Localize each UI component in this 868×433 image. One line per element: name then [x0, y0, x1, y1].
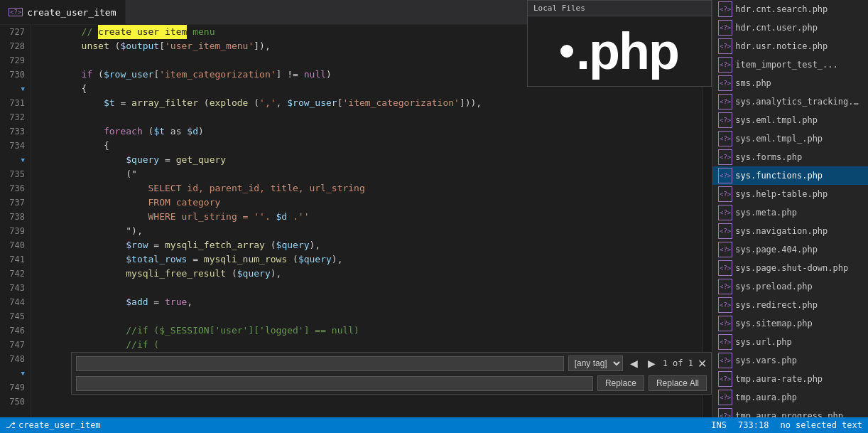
editor-area: <?> create_user_item 727 728 729 730 ▼ 7…: [0, 0, 712, 417]
file-name: sys.analytics_tracking.php: [735, 95, 862, 109]
file-name: hdr.cnt.search.php: [735, 2, 828, 16]
code-line-746: $add = true,: [37, 295, 702, 309]
file-name: tmp.aura.php: [735, 390, 797, 405]
php-file-icon: <?>: [718, 371, 732, 387]
php-file-icon: <?>: [718, 408, 732, 417]
file-name: sys.meta.php: [735, 205, 797, 220]
php-file-icon: <?>: [718, 131, 732, 146]
code-line-733: [37, 110, 702, 124]
file-name: sys.functions.php: [735, 169, 823, 183]
status-selection: no selected text: [780, 420, 862, 430]
file-item-hdr-cnt-user[interactable]: <?> hdr.cnt.user.php: [712, 18, 868, 37]
file-item-help-table[interactable]: <?> sys.help-table.php: [712, 185, 868, 203]
php-file-icon: <?>: [718, 242, 732, 257]
search-bar: [any tag] ◀ ▶ 1 of 1 ✕: [71, 352, 712, 375]
php-file-icon: <?>: [718, 297, 732, 313]
file-name: sys.page.404.php: [735, 242, 818, 257]
file-name: sms.php: [735, 76, 771, 90]
php-file-icon: <?>: [718, 316, 732, 331]
replace-input-wrapper: [76, 376, 593, 391]
php-file-icon: <?>: [718, 149, 732, 165]
replace-all-button[interactable]: Replace All: [649, 375, 707, 391]
php-file-icon: <?>: [718, 334, 732, 350]
file-name: tmp.aura-rate.php: [735, 372, 823, 386]
code-line-743: $total_rows = mysqli_num_rows ($query),: [37, 252, 702, 267]
file-item-analytics[interactable]: <?> sys.analytics_tracking.php: [712, 92, 868, 111]
file-item-sms[interactable]: <?> sms.php: [712, 74, 868, 92]
file-item-redirect[interactable]: <?> sys.redirect.php: [712, 296, 868, 314]
file-item-aura[interactable]: <?> tmp.aura.php: [712, 388, 868, 407]
file-name: item_import_test_...: [735, 58, 838, 72]
code-line-745: [37, 281, 702, 295]
tab-create-user-item[interactable]: <?> create_user_item: [0, 0, 126, 24]
status-right: INS 733:18 no selected text: [711, 420, 862, 430]
file-item-eml-tmpl2[interactable]: <?> sys.eml.tmpl_.php: [712, 129, 868, 148]
file-item-url[interactable]: <?> sys.url.php: [712, 333, 868, 351]
file-name: tmp.aura.progress.php: [735, 409, 843, 417]
file-item-preload[interactable]: <?> sys.preload.php: [712, 277, 868, 296]
search-close-button[interactable]: ✕: [698, 357, 707, 370]
file-item-shutdown[interactable]: <?> sys.page.shut-down.php: [712, 259, 868, 277]
hover-popup: Local Files .php: [527, 0, 712, 87]
php-file-icon: <?>: [718, 168, 732, 183]
tab-label: create_user_item: [27, 7, 116, 18]
status-branch: ⎇ create_user_item: [6, 420, 101, 430]
status-bar: ⎇ create_user_item INS 733:18 no selecte…: [0, 417, 868, 433]
code-line-744: mysqli_free_result ($query),: [37, 267, 702, 281]
file-item-aura-progress[interactable]: <?> tmp.aura.progress.php: [712, 407, 868, 417]
php-file-icon: <?>: [718, 1, 732, 17]
file-item-vars[interactable]: <?> sys.vars.php: [712, 351, 868, 370]
search-tag-select[interactable]: [any tag]: [568, 356, 623, 371]
file-name: sys.forms.php: [735, 150, 802, 164]
file-item-forms[interactable]: <?> sys.forms.php: [712, 148, 868, 166]
code-line-732: $t = array_filter (explode (',', $row_us…: [37, 96, 702, 110]
file-item-functions[interactable]: <?> sys.functions.php: [712, 166, 868, 185]
code-line-734: foreach ($t as $d): [37, 124, 702, 139]
replace-button[interactable]: Replace: [597, 375, 644, 391]
file-item-hdr-usr-notice[interactable]: <?> hdr.usr.notice.php: [712, 37, 868, 55]
file-name: sys.navigation.php: [735, 224, 828, 238]
code-line-747: [37, 309, 702, 324]
code-line-740: WHERE url_string = ''. $d .'': [37, 210, 702, 224]
php-file-icon: <?>: [718, 75, 732, 91]
code-line-737: (": [37, 167, 702, 181]
code-line-748: //if ($_SESSION['user']['logged'] == nul…: [37, 324, 702, 338]
file-item-sitemap[interactable]: <?> sys.sitemap.php: [712, 314, 868, 333]
file-name: sys.redirect.php: [735, 298, 818, 312]
php-file-icon: <?>: [718, 94, 732, 109]
file-name: sys.eml.tmpl.php: [735, 113, 818, 127]
php-file-icon: <?>: [718, 205, 732, 220]
php-file-icon: <?>: [718, 353, 732, 368]
code-line-735: {: [37, 139, 702, 153]
php-file-icon: <?>: [718, 223, 732, 239]
file-item-page404[interactable]: <?> sys.page.404.php: [712, 240, 868, 259]
search-next-button[interactable]: ▶: [645, 356, 658, 370]
file-name: hdr.cnt.user.php: [735, 21, 818, 35]
file-name: sys.preload.php: [735, 279, 812, 294]
php-file-icon: <?>: [718, 112, 732, 128]
php-file-icon: <?>: [718, 390, 732, 405]
branch-icon: ⎇: [6, 420, 16, 430]
file-name: sys.page.shut-down.php: [735, 261, 848, 275]
search-input-wrapper: [76, 356, 564, 371]
search-input[interactable]: [81, 358, 559, 369]
sidebar: <?> hdr.cnt.search.php <?> hdr.cnt.user.…: [712, 0, 868, 417]
code-line-741: "),: [37, 224, 702, 238]
search-prev-button[interactable]: ◀: [627, 356, 641, 370]
file-name: hdr.usr.notice.php: [735, 39, 828, 53]
file-item-navigation[interactable]: <?> sys.navigation.php: [712, 222, 868, 240]
file-item-meta[interactable]: <?> sys.meta.php: [712, 203, 868, 222]
code-line-738: SELECT id, parent_id, title, url_string: [37, 181, 702, 196]
code-line-742: $row = mysqli_fetch_array ($query),: [37, 238, 702, 252]
file-item-aura-rate[interactable]: <?> tmp.aura-rate.php: [712, 370, 868, 388]
php-file-icon: <?>: [718, 38, 732, 54]
file-item-import-test[interactable]: <?> item_import_test_...: [712, 55, 868, 74]
file-item-eml-tmpl[interactable]: <?> sys.eml.tmpl.php: [712, 111, 868, 129]
file-name: sys.url.php: [735, 335, 791, 349]
main-area: <?> create_user_item 727 728 729 730 ▼ 7…: [0, 0, 868, 417]
file-item-hdr-cnt-search[interactable]: <?> hdr.cnt.search.php: [712, 0, 868, 18]
file-name: sys.eml.tmpl_.php: [735, 132, 823, 146]
replace-input[interactable]: [81, 378, 588, 389]
status-position: 733:18: [738, 420, 769, 430]
search-count: 1 of 1: [663, 358, 693, 368]
